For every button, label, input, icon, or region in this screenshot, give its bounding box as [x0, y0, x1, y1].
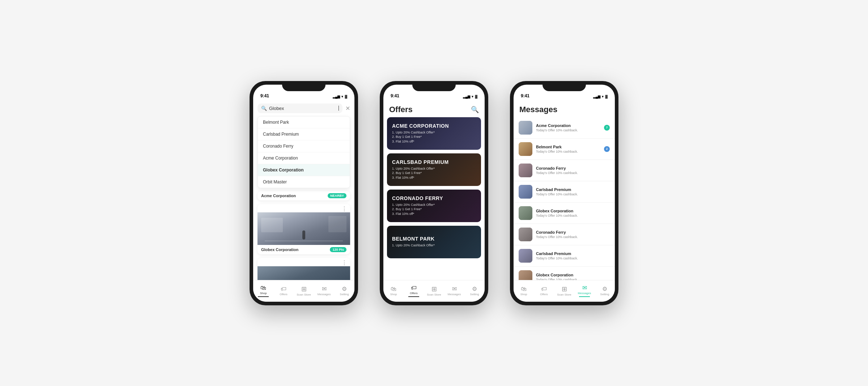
scan-store-label-2: Scan Store [427, 293, 441, 296]
nav-offers-3[interactable]: 🏷 Offers [537, 286, 551, 296]
msg-preview-acme: Today's Offer 10% cashback. [536, 128, 600, 132]
store-card-globex[interactable]: ⋮ Globex Corp [258, 204, 350, 254]
shop-label-2: Shop [390, 293, 397, 296]
offer-card-belmont[interactable]: BELMONT PARK 1. Upto 20% Cashback Offer* [387, 226, 481, 258]
nav-scan-store-2[interactable]: ⊞ Scan Store [427, 286, 441, 296]
search-icon-offers[interactable]: 🔍 [471, 106, 479, 114]
offers-label-2: Offers [410, 292, 418, 295]
search-box[interactable]: 🔍 Globex [258, 103, 342, 113]
offer-brand-belmont: BELMONT PARK [392, 236, 476, 242]
messages-label-3: Messages [578, 292, 591, 295]
scan-store-icon-3: ⊞ [562, 286, 567, 292]
message-item-globex[interactable]: Globex Corporation Today's Offer 10% cas… [514, 203, 615, 224]
message-item-belmont[interactable]: Belmont Park Today's Offer 10% cashback.… [514, 139, 615, 160]
msg-name-belmont: Belmont Park [536, 145, 600, 149]
offer-brand-acme: Acme Corporation [392, 123, 476, 129]
bottom-nav-messages: 🛍 Shop 🏷 Offers ⊞ Scan Store ✉ Messages … [514, 280, 615, 302]
offer-brand-carlsbad: CARLSBAD PREMIUM [392, 159, 476, 165]
nav-shop-2[interactable]: 🛍 Shop [386, 286, 401, 296]
status-time-3: 9:41 [521, 93, 529, 98]
offer-card-carlsbad[interactable]: CARLSBAD PREMIUM 1. Upto 20% Cashback Of… [387, 153, 481, 186]
signal-icon-2: ▂▄▆ [463, 95, 470, 98]
messages-label-2: Messages [448, 293, 461, 296]
avatar-coronado-2 [519, 228, 532, 241]
avatar-coronado [519, 164, 532, 177]
nav-messages-2[interactable]: ✉ Messages [447, 286, 461, 296]
nav-shop-3[interactable]: 🛍 Shop [516, 286, 531, 296]
store-card-second[interactable]: ⋮ [258, 258, 350, 280]
nav-messages-3[interactable]: ✉ Messages [577, 285, 592, 297]
wifi-icon-2: ▾ [472, 95, 473, 98]
msg-name-coronado: Coronado Ferry [536, 166, 610, 170]
dropdown-item-globex-corporation[interactable]: Globex Corporation [258, 164, 350, 176]
nav-scan-store-3[interactable]: ⊞ Scan Store [557, 286, 571, 296]
msg-content-coronado: Coronado Ferry Today's Offer 10% cashbac… [536, 166, 610, 175]
search-dropdown: Belmont Park Carlsbad Premium Coronado F… [258, 116, 350, 188]
message-item-coronado-2[interactable]: Coronado Ferry Today's Offer 10% cashbac… [514, 224, 615, 245]
msg-preview-carlsbad-2: Today's Offer 10% cashback. [536, 256, 610, 260]
shop-icon: 🛍 [260, 285, 266, 291]
store-image-second [258, 266, 350, 280]
status-time-2: 9:41 [391, 93, 399, 98]
message-item-coronado[interactable]: Coronado Ferry Today's Offer 10% cashbac… [514, 160, 615, 181]
msg-preview-coronado-2: Today's Offer 10% cashback. [536, 235, 610, 239]
message-item-carlsbad[interactable]: Carlsbad Premium Today's Offer 10% cashb… [514, 181, 615, 203]
nearby-badge: NEARBY [328, 193, 346, 198]
messages-list: Acme Corporation Today's Offer 10% cashb… [514, 117, 615, 280]
search-header: 🔍 Globex ✕ [253, 101, 354, 116]
msg-name-acme: Acme Corporation [536, 123, 600, 128]
phone-messages: 9:41 ▂▄▆ ▾ ▓ Messages Acme Corporation [510, 81, 618, 305]
msg-content-belmont: Belmont Park Today's Offer 10% cashback. [536, 145, 600, 153]
message-item-carlsbad-2[interactable]: Carlsbad Premium Today's Offer 10% cashb… [514, 245, 615, 267]
nav-setting[interactable]: ⚙ Setting [337, 286, 352, 296]
store-list: Acme Corporation NEARBY ⋮ [253, 188, 354, 280]
offer-card-acme[interactable]: Acme Corporation 1. Upto 20% Cashback Of… [387, 117, 481, 150]
store-card-acme[interactable]: Acme Corporation NEARBY [258, 191, 350, 200]
notch-2 [412, 81, 456, 91]
msg-content-acme: Acme Corporation Today's Offer 10% cashb… [536, 123, 600, 132]
offer-card-coronado[interactable]: CORONADO FERRY 1. Upto 20% Cashback Offe… [387, 190, 481, 222]
msg-content-carlsbad: Carlsbad Premium Today's Offer 10% cashb… [536, 187, 610, 196]
msg-name-carlsbad-2: Carlsbad Premium [536, 251, 610, 256]
close-icon[interactable]: ✕ [345, 105, 350, 112]
shop-icon-3: 🛍 [521, 286, 527, 292]
signal-icon-3: ▂▄▆ [593, 95, 600, 98]
more-options-icon[interactable]: ⋮ [341, 205, 347, 212]
dropdown-item-coronado-ferry[interactable]: Coronado Ferry [258, 140, 350, 152]
msg-content-carlsbad-2: Carlsbad Premium Today's Offer 10% cashb… [536, 251, 610, 260]
msg-preview-belmont: Today's Offer 10% cashback. [536, 150, 600, 153]
scan-store-label-3: Scan Store [557, 293, 571, 296]
message-item-acme[interactable]: Acme Corporation Today's Offer 10% cashb… [514, 117, 615, 139]
nav-offers[interactable]: 🏷 Offers [276, 286, 291, 296]
setting-label: Setting [340, 293, 349, 296]
dropdown-item-acme-corporation[interactable]: Acme Corporation [258, 152, 350, 164]
more-options-icon-2[interactable]: ⋮ [341, 259, 347, 266]
message-item-globex-2[interactable]: Globex Corporation Today's Offer 10% cas… [514, 267, 615, 280]
dropdown-item-orbit-master[interactable]: Orbit Master [258, 176, 350, 188]
nav-shop[interactable]: 🛍 Shop [256, 285, 271, 297]
msg-badge-belmont: 2 [604, 146, 610, 152]
nav-offers-2[interactable]: 🏷 Offers [407, 285, 421, 297]
dropdown-item-belmont-park[interactable]: Belmont Park [258, 116, 350, 128]
notch-3 [542, 81, 586, 91]
battery-icon-3: ▓ [605, 95, 608, 98]
shop-label: Shop [260, 292, 267, 295]
offer-detail-coronado: 1. Upto 20% Cashback Offer* 2. Buy 1 Get… [392, 203, 476, 216]
dropdown-item-carlsbad-premium[interactable]: Carlsbad Premium [258, 128, 350, 140]
messages-page-title: Messages [519, 105, 557, 114]
nav-setting-3[interactable]: ⚙ Setting [597, 286, 612, 296]
offers-icon-2: 🏷 [411, 285, 417, 291]
status-icons-3: ▂▄▆ ▾ ▓ [593, 95, 608, 98]
messages-header: Messages [514, 101, 615, 117]
offer-detail-acme: 1. Upto 20% Cashback Offer* 2. Buy 1 Get… [392, 130, 476, 144]
nav-messages[interactable]: ✉ Messages [317, 286, 331, 296]
setting-label-3: Setting [600, 293, 609, 296]
status-icons-2: ▂▄▆ ▾ ▓ [463, 95, 477, 98]
phone-search: 9:41 ▂▄▆ ▾ ▓ 🔍 Globex ✕ Belmont Park Car… [250, 81, 358, 305]
nav-setting-2[interactable]: ⚙ Setting [467, 286, 482, 296]
avatar-globex [519, 206, 532, 220]
status-time: 9:41 [260, 93, 269, 98]
phone-offers: 9:41 ▂▄▆ ▾ ▓ Offers 🔍 Acme Corporation 1… [380, 81, 488, 305]
nav-scan-store[interactable]: ⊞ Scan Store [297, 286, 311, 296]
pts-badge-globex: 120 Pts [330, 247, 346, 252]
